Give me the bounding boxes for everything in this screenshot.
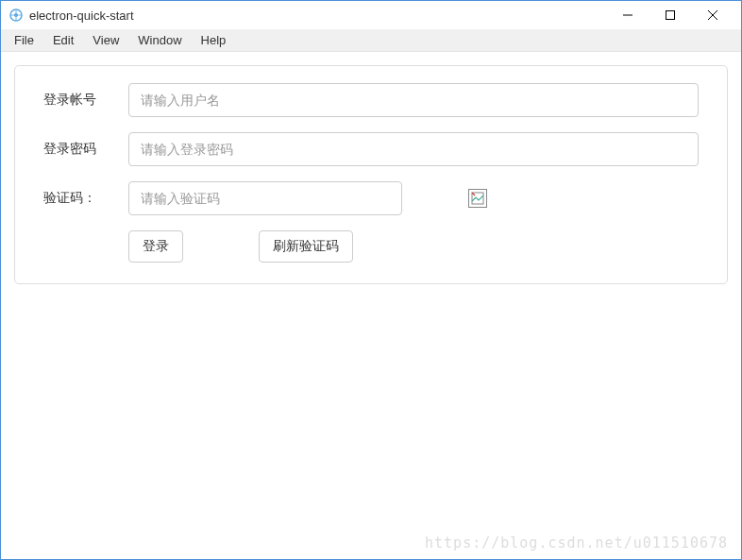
- watermark-text: https://blog.csdn.net/u011510678: [425, 535, 728, 552]
- captcha-image-broken-icon[interactable]: [468, 189, 487, 208]
- menubar: File Edit View Window Help: [1, 29, 741, 52]
- maximize-button[interactable]: [649, 1, 691, 29]
- svg-rect-5: [666, 11, 674, 20]
- menu-edit[interactable]: Edit: [43, 30, 83, 50]
- username-label: 登录帐号: [43, 92, 128, 109]
- menu-view[interactable]: View: [83, 30, 128, 50]
- app-icon: [8, 8, 24, 23]
- window-controls: [606, 1, 734, 29]
- login-form: 登录帐号 登录密码 验证码： 登录 刷新验证码: [14, 65, 728, 284]
- username-row: 登录帐号: [43, 83, 699, 117]
- captcha-input[interactable]: [128, 181, 402, 215]
- refresh-captcha-button[interactable]: 刷新验证码: [259, 230, 353, 263]
- menu-help[interactable]: Help: [192, 30, 236, 50]
- button-row: 登录 刷新验证码: [43, 230, 699, 263]
- menu-window[interactable]: Window: [128, 30, 191, 50]
- close-button[interactable]: [691, 1, 734, 29]
- titlebar: electron-quick-start: [1, 1, 741, 29]
- captcha-row: 验证码：: [43, 181, 699, 215]
- minimize-button[interactable]: [606, 1, 649, 29]
- menu-file[interactable]: File: [5, 30, 43, 50]
- window-title: electron-quick-start: [29, 8, 606, 23]
- content-area: 登录帐号 登录密码 验证码： 登录 刷新验证码: [1, 52, 741, 297]
- password-row: 登录密码: [43, 132, 699, 166]
- password-label: 登录密码: [43, 141, 128, 158]
- password-input[interactable]: [128, 132, 699, 166]
- username-input[interactable]: [128, 83, 699, 117]
- captcha-label: 验证码：: [43, 190, 128, 207]
- login-button[interactable]: 登录: [128, 230, 183, 263]
